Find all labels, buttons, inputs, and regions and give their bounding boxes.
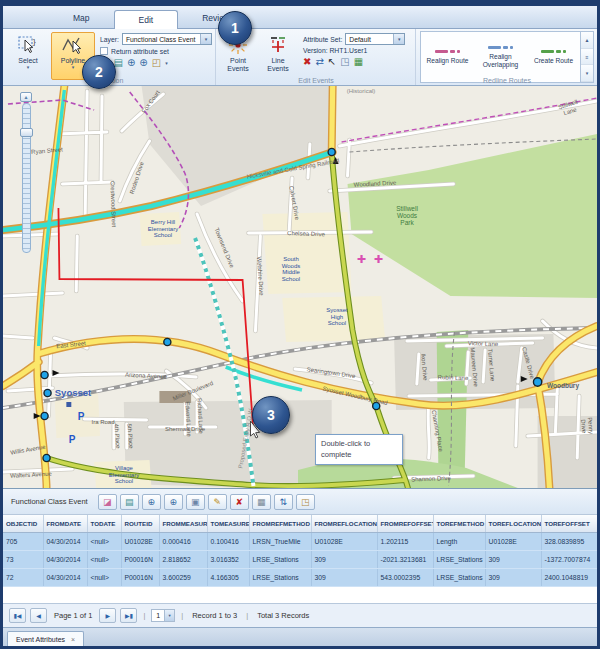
attribute-set-value: Default (346, 36, 393, 43)
table-cell: 0.000416 (159, 532, 207, 550)
tab-edit[interactable]: Edit (114, 10, 179, 29)
close-icon[interactable]: × (71, 636, 75, 643)
record-range: Record 1 to 3 (192, 611, 237, 620)
save-icon[interactable]: ▣ (186, 494, 205, 510)
pan-to-selection-icon[interactable]: ⊕ (139, 57, 147, 69)
table-cell: -2021.3213681 (377, 550, 433, 568)
column-header[interactable]: TODATE (87, 515, 121, 532)
table-cell: U01028E (121, 532, 159, 550)
table-cell: 04/30/2014 (43, 568, 87, 586)
ribbon-tab-strip: Map Edit Review (3, 6, 597, 29)
delete-icon[interactable]: ✘ (230, 494, 249, 510)
edit-icon[interactable]: ✎ (208, 494, 227, 510)
realign-route-button[interactable]: Realign Route (421, 32, 474, 82)
table-cell: LRSE_Stations (249, 550, 311, 568)
zoom-slider-thumb[interactable] (20, 128, 33, 137)
column-header[interactable]: FROMMEASURE (159, 515, 207, 532)
tab-map[interactable]: Map (49, 9, 114, 28)
map-zoom-slider[interactable]: ▲ (19, 92, 33, 253)
pager-separator: | (246, 611, 248, 620)
document-tab-strip: Event Attributes × (3, 627, 597, 648)
column-header[interactable]: TOREFMETHOD (433, 515, 485, 532)
table-cell: 309 (485, 550, 541, 568)
table-cell: 4.166305 (207, 568, 249, 586)
table-cell: LRSE_Stations (433, 568, 485, 586)
select-button[interactable]: } Select ▾ (9, 32, 47, 80)
attribute-table: OBJECTIDFROMDATETODATEROUTEIDFROMMEASURE… (3, 515, 598, 587)
event-attributes-panel: Functional Class Event ◪ ▤ ⊕ ⊕ ▣ ✎ ✘ ▦ ⇅… (3, 488, 597, 648)
table-row[interactable]: 7304/30/2014<null>P00016N2.8186523.01635… (3, 550, 597, 568)
edit-events-fields: Attribute Set: Default ▾ Version: RHT1.U… (303, 33, 413, 68)
merge-event-icon[interactable]: ⇄ (315, 56, 323, 68)
realign-overlapping-button[interactable]: Realign Overlapping (474, 32, 527, 82)
column-header[interactable]: TOMEASURE (207, 515, 249, 532)
tab-event-attributes[interactable]: Event Attributes × (7, 631, 84, 648)
pan-to-selection-icon[interactable]: ⊕ (164, 494, 183, 510)
table-cell: LRSE_Stations (249, 568, 311, 586)
svg-text:✚: ✚ (357, 253, 366, 266)
table-cell: U01028E (311, 532, 377, 550)
attribute-table-header-row: OBJECTIDFROMDATETODATEROUTEIDFROMMEASURE… (3, 515, 597, 532)
gallery-menu-icon[interactable]: ≡ (581, 49, 593, 66)
table-cell: 309 (311, 568, 377, 586)
table-row[interactable]: 70504/30/2014<null>U01028E0.0004160.1004… (3, 532, 597, 550)
column-header[interactable]: FROMREFLOCATION (311, 515, 377, 532)
event-window-icon[interactable]: ◳ (340, 56, 349, 68)
map-canvas[interactable]: ✚✚ Fox CourtRodeo DriveRyan StreetCrestw… (3, 86, 597, 488)
column-header[interactable]: TOREFOFFSET (541, 515, 597, 532)
table-cell: <null> (87, 532, 121, 550)
chevron-down-icon: ▾ (200, 34, 211, 44)
chevron-down-icon[interactable]: ▾ (165, 57, 168, 69)
gallery-scrollbar: ▲ ≡ ▾ (580, 32, 593, 82)
table-cell: 2400.1048819 (541, 568, 597, 586)
attribute-set-dropdown[interactable]: Default ▾ (345, 33, 405, 45)
sort-icon[interactable]: ⇅ (274, 494, 293, 510)
table-cell: U01028E (485, 532, 541, 550)
column-header[interactable]: FROMREFMETHOD (249, 515, 311, 532)
page-number-select[interactable]: 1 ▾ (151, 609, 175, 622)
attribute-set-label: Attribute Set: (303, 36, 342, 43)
gallery-scroll-up-icon[interactable]: ▲ (581, 32, 593, 49)
column-header[interactable]: FROMDATE (43, 515, 87, 532)
realign-route-label: Realign Route (427, 57, 469, 65)
realign-overlapping-icon (488, 45, 513, 50)
layer-dropdown[interactable]: Functional Class Event ▾ (122, 33, 212, 45)
next-page-button[interactable]: ▶ (99, 608, 116, 623)
page-number-value: 1 (152, 612, 164, 619)
zoom-to-selection-icon[interactable]: ⊕ (127, 57, 135, 69)
prev-page-button[interactable]: ◀ (30, 608, 47, 623)
chevron-down-icon: ▾ (164, 610, 174, 621)
select-by-attribute-icon[interactable]: ◰ (152, 57, 161, 69)
table-cell: 3.016352 (207, 550, 249, 568)
create-route-button[interactable]: Create Route (527, 32, 580, 82)
table-cell: 73 (3, 550, 43, 568)
create-route-icon (541, 49, 566, 54)
select-event-icon[interactable]: ↖ (328, 56, 336, 68)
create-route-label: Create Route (534, 57, 573, 65)
last-page-button[interactable]: ▶▮ (120, 608, 137, 623)
page-indicator: Page 1 of 1 (54, 611, 92, 620)
properties-icon[interactable]: ◳ (296, 494, 315, 510)
column-header[interactable]: OBJECTID (3, 515, 43, 532)
selection-list-icon[interactable]: ▤ (120, 494, 139, 510)
clear-selection-icon[interactable]: ◪ (98, 494, 117, 510)
zoom-slider-track[interactable] (22, 103, 31, 253)
point-events-label: Point Events (220, 57, 256, 73)
select-icon: } (17, 33, 39, 57)
return-attribute-set-checkbox[interactable] (100, 47, 108, 55)
split-event-icon[interactable]: ✖ (303, 56, 311, 68)
first-page-button[interactable]: ▮◀ (9, 608, 26, 623)
column-header[interactable]: FROMREFOFFSET (377, 515, 433, 532)
version-label: Version: RHT1.User1 (303, 47, 367, 54)
event-table-icon[interactable]: ▦ (354, 56, 363, 68)
column-header[interactable]: ROUTEID (121, 515, 159, 532)
zoom-in-icon[interactable]: ▲ (20, 92, 32, 102)
line-events-button[interactable]: Line Events (259, 32, 297, 80)
table-row[interactable]: 7204/30/2014<null>P00016N3.6002594.16630… (3, 568, 597, 586)
pager-separator: | (143, 611, 145, 620)
table-icon[interactable]: ▦ (252, 494, 271, 510)
zoom-to-selection-icon[interactable]: ⊕ (142, 494, 161, 510)
table-cell: 3.600259 (159, 568, 207, 586)
column-header[interactable]: TOREFLOCATION (485, 515, 541, 532)
table-cell: LRSE_Stations (433, 550, 485, 568)
